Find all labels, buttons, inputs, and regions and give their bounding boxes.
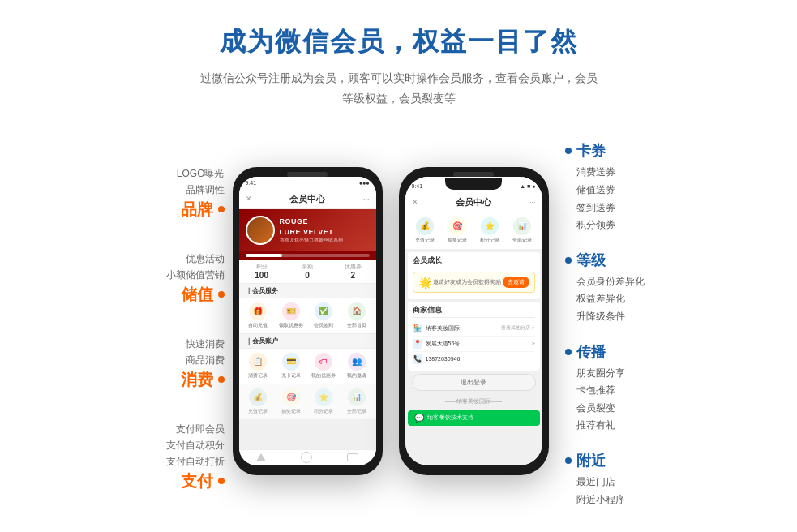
phone1-icon-5: 📋 消费记录 bbox=[242, 353, 274, 380]
phone2-top-icon-4: 📊 全部记录 bbox=[506, 217, 538, 244]
phone1-icon-circle-6: 💳 bbox=[282, 353, 300, 371]
phone1-status-bar: 9:41 ●●● bbox=[239, 177, 376, 190]
right-sub-level: 会员身份差异化 权益差异化 升降级条件 bbox=[565, 273, 711, 326]
right-sub-coupon-1: 消费送券 bbox=[576, 164, 711, 182]
phone2-top-icon-circle-4: 📊 bbox=[513, 217, 531, 235]
phone2-top-icons: 💰 充值记录 🎯 抽奖记录 ⭐ 积分记录 bbox=[405, 212, 542, 250]
right-group-nearby: 附近 最近门店 附近小程序 bbox=[565, 451, 711, 508]
phone1-coupon-label: 优惠券 bbox=[330, 263, 375, 271]
phone2-notch bbox=[445, 178, 502, 190]
phone1-icon-circle-12: 📊 bbox=[348, 388, 366, 406]
phone1-icon-1: 🎁 自助充值 bbox=[242, 302, 274, 329]
phone2-title: 会员中心 bbox=[456, 196, 491, 208]
label-main-brand: 品牌 bbox=[181, 199, 225, 221]
phone2-merchant-icon-1: 🏪 bbox=[413, 324, 422, 333]
right-dot-nearby bbox=[565, 457, 572, 464]
right-sub-level-3: 升降级条件 bbox=[576, 308, 711, 326]
phone1-section2-title: ｜会员账户 bbox=[239, 334, 376, 349]
label-small-brand-1: LOGO曝光 bbox=[177, 166, 225, 181]
phone1-icon-label-9: 充值记录 bbox=[248, 408, 268, 415]
phone1-progress-fill bbox=[246, 254, 283, 257]
right-text-level: 等级 bbox=[576, 251, 606, 270]
phone2-time: 9:41 bbox=[412, 183, 423, 189]
phone2-top-icon-label-1: 充值记录 bbox=[415, 237, 435, 244]
right-dot-coupon bbox=[565, 148, 572, 154]
right-sub-nearby: 最近门店 附近小程序 bbox=[565, 474, 711, 508]
phone2-merchant-info: 商家信息 🏪 纳客美妆国际 查看其他分店 > 📍 发展大道56号 > bbox=[408, 302, 540, 371]
right-group-level: 等级 会员身份差异化 权益差异化 升降级条件 bbox=[565, 251, 711, 326]
pay-dot bbox=[218, 478, 225, 484]
phone1-stat-coupon: 优惠券 2 bbox=[330, 263, 375, 280]
phone2-top-icon-3: ⭐ 积分记录 bbox=[473, 217, 506, 244]
phone2-chatbar-text: 纳客·餐饮技术支持 bbox=[427, 414, 474, 422]
phone-screen-1: 9:41 ●●● ✕ 会员中心 ··· bbox=[239, 177, 376, 466]
phone1-points-value: 100 bbox=[239, 271, 285, 280]
phone2-top-icon-1: 💰 充值记录 bbox=[409, 217, 441, 244]
phone2-chatbar-icon: 💬 bbox=[414, 414, 424, 423]
right-label-spread: 传播 bbox=[565, 342, 711, 362]
phone1-content: ROUGELURE VELVET 香奈儿炫亮魅力唇膏丝绒系列 bbox=[239, 209, 376, 449]
nav-recent bbox=[347, 453, 358, 461]
phone1-icon-label-2: 领取优惠券 bbox=[279, 322, 303, 329]
right-group-coupon: 卡券 消费送券 储值送券 签到送券 积分领券 bbox=[565, 141, 711, 234]
phone1-icon-circle-11: ⭐ bbox=[315, 388, 332, 406]
phone2-merchant-address: 发展大道56号 bbox=[426, 340, 529, 348]
phone2-invite-btn[interactable]: 去邀请 bbox=[503, 277, 529, 288]
phone2-member-grow: 会员成长 🌟 邀请好友成为会员获得奖励 去邀请 bbox=[408, 252, 540, 299]
phone-screen-2: 9:41 ▲ ■ ● ✕ 会员中心 ··· 💰 bbox=[405, 177, 542, 466]
phone1-icon-circle-5: 📋 bbox=[249, 353, 267, 371]
right-dot-level bbox=[565, 257, 572, 264]
phone1-icons-row1: 🎁 自助充值 🎫 领取优惠券 ✅ 会员签到 bbox=[239, 298, 376, 334]
phone1-balance-value: 0 bbox=[285, 271, 330, 280]
phone2-merchant-item-3: 📞 13872630946 bbox=[413, 352, 535, 367]
phone1-icon-label-3: 会员签到 bbox=[314, 322, 333, 329]
phone2-merchant-item-1: 🏪 纳客美妆国际 查看其他分店 > bbox=[413, 321, 535, 337]
right-sub-spread-4: 推荐有礼 bbox=[576, 417, 711, 435]
phone1-banner: ROUGELURE VELVET 香奈儿炫亮魅力唇膏丝绒系列 bbox=[239, 209, 376, 251]
phone1-close: ✕ bbox=[246, 195, 252, 203]
storage-dot bbox=[218, 291, 225, 298]
phone1-brand-main: ROUGELURE VELVET bbox=[280, 217, 343, 237]
right-sub-coupon-4: 积分领券 bbox=[576, 217, 711, 234]
right-label-coupon: 卡券 bbox=[565, 141, 711, 161]
phone1-stats: 积分 100 余额 0 优惠券 2 bbox=[239, 260, 376, 284]
phone1-section1-title: ｜会员服务 bbox=[239, 284, 376, 298]
right-labels: 卡券 消费送券 储值送券 签到送券 积分领券 等级 会员身份差异化 权益差异化 bbox=[549, 141, 711, 508]
phone2-brand-footer: ——纳客美妆国际—— bbox=[405, 394, 542, 409]
right-sub-nearby-1: 最近门店 bbox=[576, 474, 711, 491]
phone1-progress-bar bbox=[239, 251, 376, 260]
sub-title: 过微信公众号注册成为会员，顾客可以实时操作会员服务，查看会员账户，会员 等级权益… bbox=[200, 68, 598, 109]
right-sub-spread-2: 卡包推荐 bbox=[576, 382, 711, 400]
phone2-top-icon-2: 🎯 抽奖记录 bbox=[441, 217, 473, 244]
left-labels: LOGO曝光 品牌调性 品牌 优惠活动 小额储值营销 储值 快速消费 商品消费 bbox=[87, 166, 233, 492]
label-group-pay: 支付即会员 支付自动积分 支付自动打折 支付 bbox=[166, 422, 225, 492]
phone-mockup-2: 9:41 ▲ ■ ● ✕ 会员中心 ··· 💰 bbox=[399, 167, 549, 475]
label-main-consume: 消费 bbox=[181, 369, 225, 391]
phone1-header: ✕ 会员中心 ··· bbox=[239, 190, 376, 209]
phone2-top-icon-circle-2: 🎯 bbox=[448, 217, 466, 235]
phone2-merchant-title: 商家信息 bbox=[413, 305, 535, 318]
phone2-invite-card: 🌟 邀请好友成为会员获得奖励 去邀请 bbox=[413, 272, 535, 293]
phone2-merchant-action-1: 查看其他分店 > bbox=[501, 324, 534, 332]
phone2-menu: ··· bbox=[529, 198, 536, 206]
sub-title-line1: 过微信公众号注册成为会员，顾客可以实时操作会员服务，查看会员账户，会员 bbox=[200, 68, 598, 88]
phone1-icon-circle-3: ✅ bbox=[315, 302, 332, 320]
label-small-consume-1: 快速消费 bbox=[186, 337, 225, 351]
phone1-avatar bbox=[246, 216, 275, 245]
phone2-logout-btn[interactable]: 退出登录 bbox=[412, 374, 536, 391]
phone1-icon-circle-4: 🏠 bbox=[348, 302, 366, 320]
brand-dot bbox=[218, 206, 225, 212]
phone2-member-grow-title: 会员成长 bbox=[413, 255, 535, 268]
phone1-icon-circle-2: 🎫 bbox=[282, 302, 300, 320]
phone1-brand-sub: 香奈儿炫亮魅力唇膏丝绒系列 bbox=[280, 237, 343, 243]
phone2-merchant-icon-3: 📞 bbox=[413, 354, 422, 364]
phone2-invite-icon: 🌟 bbox=[418, 276, 432, 289]
phone1-menu: ··· bbox=[363, 195, 370, 203]
phone2-merchant-icon-2: 📍 bbox=[413, 339, 422, 349]
phone1-title: 会员中心 bbox=[289, 193, 325, 205]
label-small-brand-2: 品牌调性 bbox=[186, 182, 225, 197]
right-sub-spread: 朋友圈分享 卡包推荐 会员裂变 推荐有礼 bbox=[565, 365, 711, 435]
phone1-icon-11: ⭐ 积分记录 bbox=[308, 388, 340, 415]
consume-dot bbox=[218, 376, 225, 383]
consume-text: 消费 bbox=[181, 369, 213, 391]
